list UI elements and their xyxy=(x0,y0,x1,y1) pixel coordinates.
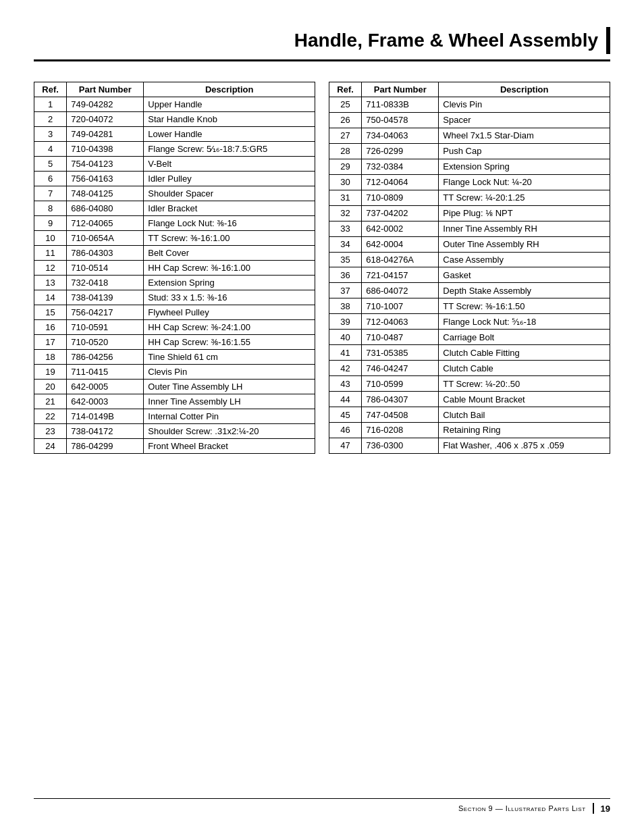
left-parts-table: Ref. Part Number Description 1 749-04282… xyxy=(34,82,315,454)
part-number-cell: 726-0299 xyxy=(362,143,439,159)
description-cell: Outer Tine Assembly RH xyxy=(439,236,610,252)
table-row: 39 712-04063 Flange Lock Nut: ⁵⁄₁₆-18 xyxy=(329,314,610,330)
table-row: 9 712-04065 Flange Lock Nut: ⅜-16 xyxy=(34,216,315,231)
table-row: 24 786-04299 Front Wheel Bracket xyxy=(34,439,315,454)
part-number-cell: 750-04578 xyxy=(362,112,439,128)
left-table-header-row: Ref. Part Number Description xyxy=(34,82,315,97)
description-cell: Clutch Bail xyxy=(439,407,610,423)
ref-cell: 9 xyxy=(34,216,67,231)
part-number-cell: 737-04202 xyxy=(362,205,439,221)
table-row: 6 756-04163 Idler Pulley xyxy=(34,172,315,186)
description-cell: Belt Cover xyxy=(144,246,315,261)
description-cell: Flange Lock Nut: ¼-20 xyxy=(439,174,610,190)
description-cell: Extension Spring xyxy=(439,159,610,174)
description-cell: Depth Stake Assembly xyxy=(439,283,610,298)
ref-cell: 6 xyxy=(34,172,67,186)
table-row: 13 732-0418 Extension Spring xyxy=(34,276,315,290)
ref-cell: 7 xyxy=(34,186,67,201)
table-row: 45 747-04508 Clutch Bail xyxy=(329,407,610,423)
ref-cell: 23 xyxy=(34,424,67,439)
table-row: 2 720-04072 Star Handle Knob xyxy=(34,112,315,127)
ref-cell: 40 xyxy=(329,330,362,345)
ref-cell: 38 xyxy=(329,298,362,314)
part-number-cell: 686-04072 xyxy=(362,283,439,298)
table-row: 8 686-04080 Idler Bracket xyxy=(34,201,315,216)
part-number-cell: 749-04281 xyxy=(67,127,144,142)
ref-cell: 1 xyxy=(34,97,67,112)
table-row: 5 754-04123 V-Belt xyxy=(34,157,315,172)
part-number-cell: 710-04398 xyxy=(67,142,144,157)
part-number-cell: 714-0149B xyxy=(67,409,144,424)
description-cell: HH Cap Screw: ⅜-16:1.55 xyxy=(144,335,315,350)
right-col-part: Part Number xyxy=(362,82,439,97)
ref-cell: 15 xyxy=(34,305,67,320)
description-cell: Flange Screw: 5⁄₁₆-18:7.5:GR5 xyxy=(144,142,315,157)
description-cell: Retaining Ring xyxy=(439,423,610,438)
table-row: 34 642-0004 Outer Tine Assembly RH xyxy=(329,236,610,252)
part-number-cell: 710-0514 xyxy=(67,261,144,276)
description-cell: Outer Tine Assembly LH xyxy=(144,380,315,394)
table-row: 16 710-0591 HH Cap Screw: ⅜-24:1.00 xyxy=(34,320,315,335)
table-row: 44 786-04307 Cable Mount Bracket xyxy=(329,392,610,407)
right-col-ref: Ref. xyxy=(329,82,362,97)
description-cell: TT Screw: ¼-20:1.25 xyxy=(439,190,610,205)
ref-cell: 37 xyxy=(329,283,362,298)
part-number-cell: 711-0415 xyxy=(67,365,144,380)
table-row: 32 737-04202 Pipe Plug: ⅛ NPT xyxy=(329,205,610,221)
table-row: 40 710-0487 Carriage Bolt xyxy=(329,330,610,345)
part-number-cell: 686-04080 xyxy=(67,201,144,216)
ref-cell: 22 xyxy=(34,409,67,424)
part-number-cell: 712-04063 xyxy=(362,314,439,330)
table-row: 41 731-05385 Clutch Cable Fitting xyxy=(329,345,610,361)
table-row: 4 710-04398 Flange Screw: 5⁄₁₆-18:7.5:GR… xyxy=(34,142,315,157)
part-number-cell: 731-05385 xyxy=(362,345,439,361)
left-col-desc: Description xyxy=(144,82,315,97)
ref-cell: 25 xyxy=(329,97,362,113)
table-row: 3 749-04281 Lower Handle xyxy=(34,127,315,142)
description-cell: Gasket xyxy=(439,267,610,283)
description-cell: TT Screw: ¼-20:.50 xyxy=(439,376,610,392)
description-cell: Clevis Pin xyxy=(144,365,315,380)
ref-cell: 35 xyxy=(329,252,362,267)
description-cell: Tine Shield 61 cm xyxy=(144,350,315,365)
title-area: Handle, Frame & Wheel Assembly xyxy=(34,27,610,61)
ref-cell: 47 xyxy=(329,438,362,453)
description-cell: Clutch Cable Fitting xyxy=(439,345,610,361)
ref-cell: 27 xyxy=(329,128,362,143)
part-number-cell: 642-0004 xyxy=(362,236,439,252)
description-cell: Idler Bracket xyxy=(144,201,315,216)
description-cell: Spacer xyxy=(439,112,610,128)
description-cell: Lower Handle xyxy=(144,127,315,142)
description-cell: Case Assembly xyxy=(439,252,610,267)
part-number-cell: 786-04307 xyxy=(362,392,439,407)
ref-cell: 8 xyxy=(34,201,67,216)
part-number-cell: 721-04157 xyxy=(362,267,439,283)
ref-cell: 45 xyxy=(329,407,362,423)
ref-cell: 16 xyxy=(34,320,67,335)
footer-divider xyxy=(593,803,594,814)
description-cell: Star Handle Knob xyxy=(144,112,315,127)
part-number-cell: 732-0418 xyxy=(67,276,144,290)
ref-cell: 41 xyxy=(329,345,362,361)
description-cell: Shoulder Screw: .31x2:¼-20 xyxy=(144,424,315,439)
part-number-cell: 711-0833B xyxy=(362,97,439,113)
part-number-cell: 642-0003 xyxy=(67,394,144,409)
part-number-cell: 749-04282 xyxy=(67,97,144,112)
table-row: 42 746-04247 Clutch Cable xyxy=(329,361,610,376)
description-cell: TT Screw: ⅜-16:1.50 xyxy=(439,298,610,314)
description-cell: Extension Spring xyxy=(144,276,315,290)
description-cell: Wheel 7x1.5 Star-Diam xyxy=(439,128,610,143)
ref-cell: 32 xyxy=(329,205,362,221)
part-number-cell: 710-0809 xyxy=(362,190,439,205)
description-cell: Push Cap xyxy=(439,143,610,159)
part-number-cell: 747-04508 xyxy=(362,407,439,423)
table-row: 22 714-0149B Internal Cotter Pin xyxy=(34,409,315,424)
description-cell: Carriage Bolt xyxy=(439,330,610,345)
table-row: 31 710-0809 TT Screw: ¼-20:1.25 xyxy=(329,190,610,205)
description-cell: Flange Lock Nut: ⅜-16 xyxy=(144,216,315,231)
description-cell: Cable Mount Bracket xyxy=(439,392,610,407)
part-number-cell: 712-04065 xyxy=(67,216,144,231)
description-cell: Clevis Pin xyxy=(439,97,610,113)
description-cell: TT Screw: ⅜-16:1.00 xyxy=(144,231,315,246)
description-cell: V-Belt xyxy=(144,157,315,172)
